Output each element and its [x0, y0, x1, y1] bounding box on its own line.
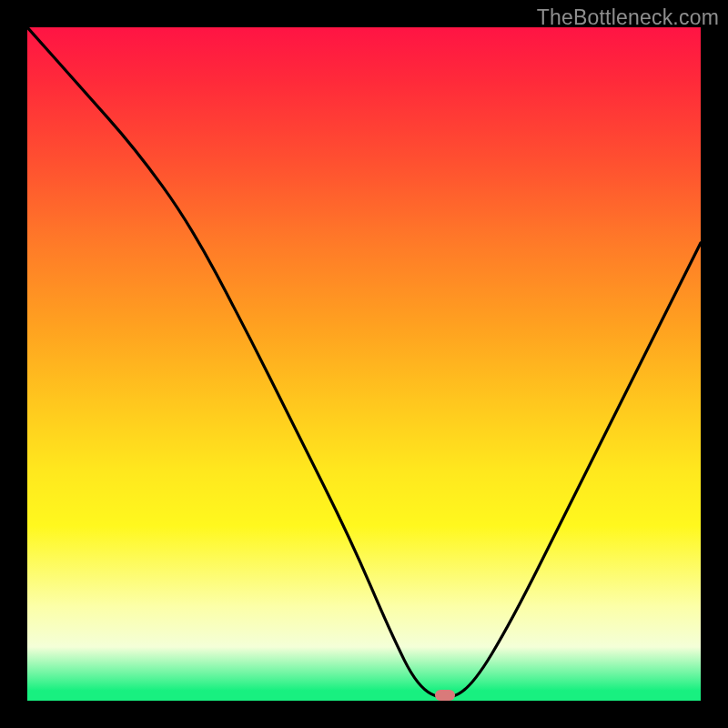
bottleneck-curve	[27, 27, 701, 701]
optimal-marker	[435, 690, 455, 701]
curve-path	[27, 27, 701, 697]
plot-area	[27, 27, 701, 701]
watermark-text: TheBottleneck.com	[537, 5, 719, 30]
chart-frame: TheBottleneck.com	[0, 0, 728, 728]
